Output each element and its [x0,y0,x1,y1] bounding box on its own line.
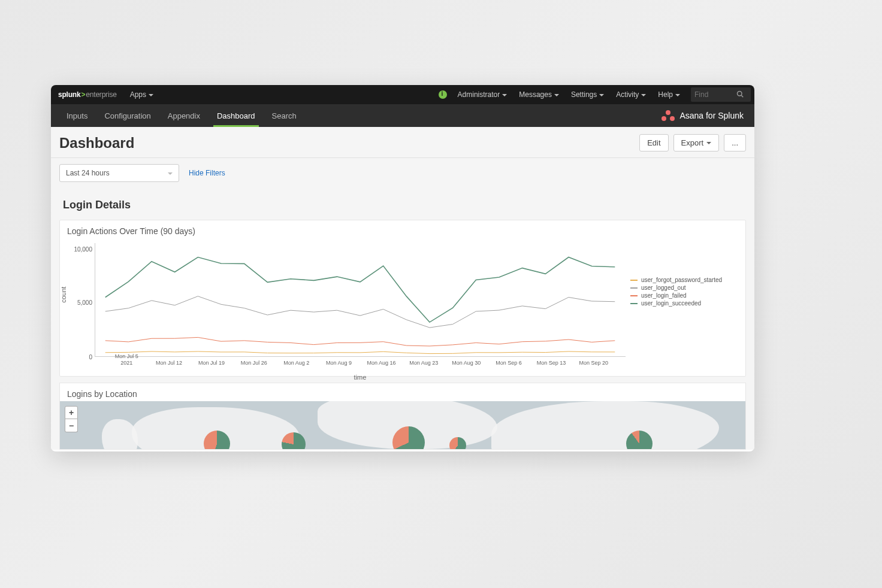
series-line [105,337,615,345]
search-input[interactable] [694,90,736,99]
line-chart: count 0 5,000 10,000 Mon Jul 5 2021 Mon … [60,238,745,376]
app-nav: Inputs Configuration Appendix Dashboard … [51,104,754,127]
asana-logo-icon [662,110,675,121]
xtick: Mon Jul 26 [241,360,267,366]
chevron-down-icon [599,94,604,96]
legend-item: user_login_failed [630,292,735,299]
brand-logo: splunk>enterprise [51,90,124,99]
messages-label: Messages [519,90,552,99]
xtick: Mon Aug 16 [367,360,395,366]
x-axis-label: time [354,374,367,381]
tab-search[interactable]: Search [264,104,305,127]
xtick: Mon Aug 23 [409,360,438,366]
activity-label: Activity [616,90,639,99]
xtick: Mon Sep 6 [496,360,522,366]
xtick: Mon Aug 30 [452,360,481,366]
page-title: Dashboard [59,135,134,151]
settings-label: Settings [571,90,597,99]
map-pie[interactable] [282,432,306,449]
legend-label: user_forgot_password_started [641,277,722,283]
chevron-down-icon [675,94,680,96]
help-label: Help [658,90,673,99]
info-status-icon[interactable] [439,90,447,99]
series-line [105,351,615,354]
section-title-login-details: Login Details [51,190,754,217]
chevron-down-icon [641,94,646,96]
ytick-0: 0 [89,354,95,360]
plot-area: 0 5,000 10,000 Mon Jul 5 2021 Mon Jul 12… [95,241,626,374]
filter-bar: Last 24 hours Hide Filters [51,158,754,190]
tab-dashboard[interactable]: Dashboard [209,104,264,127]
apps-menu[interactable]: Apps [124,85,159,104]
tab-configuration[interactable]: Configuration [96,104,159,127]
legend-label: user_login_failed [641,292,687,299]
ytick-5000: 5,000 [77,299,95,305]
apps-label: Apps [130,90,146,99]
svg-point-0 [738,91,742,96]
y-axis-label: count [60,287,67,303]
chevron-down-icon [502,94,507,96]
map-panel: Logins by Location + − [59,383,746,450]
legend-swatch [630,280,638,281]
chart-lines [95,243,626,357]
brand-prefix: splunk [58,90,80,99]
chevron-down-icon [168,172,173,175]
series-line [105,296,615,328]
app-identity: Asana for Splunk [662,110,747,121]
legend-swatch [630,295,638,296]
zoom-out-button[interactable]: − [65,419,78,432]
svg-line-1 [741,95,743,97]
page-header: Dashboard Edit Export ... [51,127,754,158]
hide-filters-link[interactable]: Hide Filters [189,169,225,177]
ytick-10000: 10,000 [74,245,95,252]
xtick: Mon Aug 2 [283,360,309,366]
timerange-dropdown[interactable]: Last 24 hours [59,164,179,182]
activity-menu[interactable]: Activity [610,85,652,104]
content-section: Login Details Login Actions Over Time (9… [51,190,754,450]
export-button[interactable]: Export [673,134,720,151]
chart-title: Login Actions Over Time (90 days) [60,220,745,238]
search-icon [736,90,744,99]
legend-item: user_login_succeeded [630,300,735,307]
map-zoom-control: + − [65,406,78,432]
legend-label: user_login_succeeded [641,300,701,307]
chevron-down-icon [554,94,559,96]
app-name-label: Asana for Splunk [679,111,744,120]
xtick: Mon Jul 19 [198,360,225,366]
legend-item: user_forgot_password_started [630,277,735,283]
chart-panel: Login Actions Over Time (90 days) count … [59,220,746,377]
tab-inputs[interactable]: Inputs [58,104,96,127]
xtick: Mon Sep 13 [537,360,566,366]
app-window: splunk>enterprise Apps Administrator Mes… [51,85,754,451]
settings-menu[interactable]: Settings [565,85,610,104]
world-map[interactable]: + − [60,401,745,449]
tab-appendix[interactable]: Appendix [159,104,209,127]
series-line [105,257,615,323]
more-actions-button[interactable]: ... [724,134,746,151]
legend-item: user_logged_out [630,284,735,291]
zoom-in-button[interactable]: + [65,406,78,419]
edit-button[interactable]: Edit [639,134,668,151]
chevron-down-icon [149,94,153,96]
chart-legend: user_forgot_password_started user_logged… [626,241,739,374]
brand-gt: > [80,90,86,99]
global-search[interactable] [691,87,751,102]
xtick: Mon Sep 20 [579,360,609,366]
xtick: Mon Jul 12 [156,360,182,366]
messages-menu[interactable]: Messages [513,85,565,104]
chevron-down-icon [706,142,711,144]
xtick: Mon Aug 9 [326,360,352,366]
brand-suffix: enterprise [86,90,116,99]
top-bar: splunk>enterprise Apps Administrator Mes… [51,85,754,104]
map-pie[interactable] [449,437,466,449]
administrator-menu[interactable]: Administrator [452,85,514,104]
help-menu[interactable]: Help [652,85,686,104]
map-title: Logins by Location [60,383,745,401]
timerange-value: Last 24 hours [66,169,110,177]
legend-swatch [630,303,638,304]
legend-label: user_logged_out [641,284,686,291]
legend-swatch [630,287,638,289]
administrator-label: Administrator [458,90,500,99]
